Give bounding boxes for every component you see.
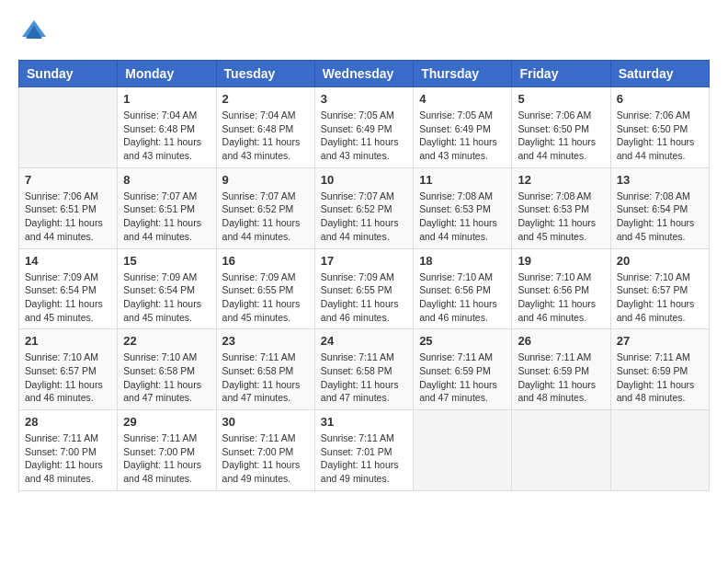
- logo: [18, 18, 48, 51]
- calendar-cell: 18 Sunrise: 7:10 AM Sunset: 6:56 PM Dayl…: [414, 248, 512, 329]
- sunset-time: 6:59 PM: [652, 365, 688, 376]
- sunset-label: Sunset:: [321, 365, 357, 376]
- sunrise-time: 7:07 AM: [162, 190, 198, 201]
- sunrise-time: 7:06 AM: [654, 109, 690, 121]
- sunrise-time: 7:11 AM: [358, 432, 394, 443]
- sunrise-label: Sunrise:: [419, 190, 457, 201]
- sunset-label: Sunset:: [518, 284, 553, 295]
- sunset-time: 6:54 PM: [159, 284, 195, 295]
- day-info: Sunrise: 7:11 AM Sunset: 6:59 PM Dayligh…: [617, 350, 703, 405]
- day-info: Sunrise: 7:06 AM Sunset: 6:50 PM Dayligh…: [617, 109, 703, 163]
- sunset-label: Sunset:: [321, 284, 357, 295]
- daylight-label: Daylight: 11 hours and 46 minutes.: [617, 298, 695, 323]
- day-number: 23: [222, 334, 309, 348]
- day-number: 25: [419, 334, 506, 348]
- day-number: 28: [25, 415, 111, 429]
- sunrise-label: Sunrise:: [321, 351, 358, 362]
- daylight-label: Daylight: 11 hours and 48 minutes.: [518, 379, 596, 404]
- daylight-label: Daylight: 11 hours and 43 minutes.: [419, 136, 497, 161]
- sunset-time: 7:00 PM: [61, 446, 97, 457]
- daylight-label: Daylight: 11 hours and 47 minutes.: [419, 379, 497, 404]
- day-number: 22: [123, 334, 210, 348]
- sunrise-label: Sunrise:: [518, 271, 555, 282]
- sunset-time: 6:51 PM: [61, 203, 97, 214]
- sunrise-label: Sunrise:: [321, 109, 358, 121]
- sunrise-label: Sunrise:: [617, 351, 654, 362]
- sunrise-label: Sunrise:: [321, 190, 358, 201]
- sunset-time: 6:52 PM: [356, 203, 392, 214]
- calendar-cell: 2 Sunrise: 7:04 AM Sunset: 6:48 PM Dayli…: [216, 87, 314, 168]
- sunset-label: Sunset:: [617, 203, 653, 214]
- day-info: Sunrise: 7:04 AM Sunset: 6:48 PM Dayligh…: [123, 109, 210, 163]
- sunrise-time: 7:10 AM: [162, 351, 198, 362]
- calendar-cell: 16 Sunrise: 7:09 AM Sunset: 6:55 PM Dayl…: [216, 248, 314, 329]
- day-info: Sunrise: 7:04 AM Sunset: 6:48 PM Dayligh…: [222, 109, 309, 163]
- daylight-label: Daylight: 11 hours and 46 minutes.: [25, 379, 103, 404]
- calendar-cell: [414, 410, 512, 491]
- daylight-label: Daylight: 11 hours and 43 minutes.: [123, 136, 201, 161]
- daylight-label: Daylight: 11 hours and 49 minutes.: [321, 459, 399, 484]
- sunset-label: Sunset:: [419, 203, 455, 214]
- daylight-label: Daylight: 11 hours and 48 minutes.: [25, 459, 103, 484]
- daylight-label: Daylight: 11 hours and 47 minutes.: [222, 379, 301, 404]
- sunset-time: 6:59 PM: [455, 365, 491, 376]
- day-info: Sunrise: 7:09 AM Sunset: 6:55 PM Dayligh…: [321, 270, 407, 325]
- day-of-week-header: Sunday: [19, 61, 118, 87]
- sunrise-label: Sunrise:: [123, 109, 161, 121]
- calendar-cell: 19 Sunrise: 7:10 AM Sunset: 6:56 PM Dayl…: [512, 248, 610, 329]
- sunset-label: Sunset:: [321, 446, 357, 457]
- day-info: Sunrise: 7:10 AM Sunset: 6:57 PM Dayligh…: [25, 350, 111, 405]
- calendar-cell: 6 Sunrise: 7:06 AM Sunset: 6:50 PM Dayli…: [610, 87, 709, 168]
- daylight-label: Daylight: 11 hours and 44 minutes.: [123, 217, 201, 242]
- day-number: 12: [518, 173, 604, 187]
- sunset-time: 7:01 PM: [356, 446, 392, 457]
- day-of-week-header: Friday: [512, 61, 610, 87]
- sunset-time: 6:48 PM: [159, 123, 195, 134]
- sunrise-time: 7:05 AM: [358, 109, 394, 121]
- daylight-label: Daylight: 11 hours and 43 minutes.: [222, 136, 301, 161]
- day-number: 24: [321, 334, 407, 348]
- day-info: Sunrise: 7:06 AM Sunset: 6:50 PM Dayligh…: [518, 109, 604, 163]
- day-number: 8: [123, 173, 210, 187]
- day-info: Sunrise: 7:11 AM Sunset: 6:58 PM Dayligh…: [222, 350, 309, 405]
- sunset-time: 6:58 PM: [257, 365, 293, 376]
- daylight-label: Daylight: 11 hours and 46 minutes.: [419, 298, 497, 323]
- calendar-cell: 23 Sunrise: 7:11 AM Sunset: 6:58 PM Dayl…: [216, 329, 314, 410]
- sunrise-time: 7:08 AM: [654, 190, 690, 201]
- sunset-label: Sunset:: [25, 446, 61, 457]
- sunrise-time: 7:11 AM: [63, 432, 98, 443]
- calendar-week-row: 14 Sunrise: 7:09 AM Sunset: 6:54 PM Dayl…: [19, 248, 710, 329]
- day-info: Sunrise: 7:09 AM Sunset: 6:55 PM Dayligh…: [222, 270, 309, 325]
- sunrise-time: 7:04 AM: [260, 109, 296, 121]
- sunrise-label: Sunrise:: [222, 109, 260, 121]
- calendar-cell: 10 Sunrise: 7:07 AM Sunset: 6:52 PM Dayl…: [314, 167, 413, 248]
- day-number: 16: [222, 254, 309, 268]
- sunrise-time: 7:09 AM: [162, 271, 198, 282]
- day-info: Sunrise: 7:05 AM Sunset: 6:49 PM Dayligh…: [321, 109, 407, 163]
- calendar-week-row: 28 Sunrise: 7:11 AM Sunset: 7:00 PM Dayl…: [19, 410, 710, 491]
- sunset-label: Sunset:: [419, 123, 455, 134]
- sunset-label: Sunset:: [123, 446, 159, 457]
- calendar-cell: 29 Sunrise: 7:11 AM Sunset: 7:00 PM Dayl…: [118, 410, 216, 491]
- sunset-label: Sunset:: [617, 284, 653, 295]
- day-info: Sunrise: 7:08 AM Sunset: 6:54 PM Dayligh…: [617, 190, 703, 244]
- calendar-cell: 30 Sunrise: 7:11 AM Sunset: 7:00 PM Dayl…: [216, 410, 314, 491]
- sunset-label: Sunset:: [617, 123, 653, 134]
- day-number: 4: [419, 92, 506, 106]
- day-info: Sunrise: 7:10 AM Sunset: 6:56 PM Dayligh…: [419, 270, 506, 325]
- daylight-label: Daylight: 11 hours and 44 minutes.: [419, 217, 497, 242]
- sunrise-label: Sunrise:: [222, 190, 260, 201]
- sunset-time: 7:00 PM: [159, 446, 195, 457]
- daylight-label: Daylight: 11 hours and 44 minutes.: [321, 217, 399, 242]
- day-number: 5: [518, 92, 604, 106]
- sunrise-time: 7:09 AM: [63, 271, 98, 282]
- sunset-label: Sunset:: [222, 203, 258, 214]
- day-number: 3: [321, 92, 407, 106]
- day-number: 18: [419, 254, 506, 268]
- sunset-time: 6:53 PM: [455, 203, 491, 214]
- day-info: Sunrise: 7:09 AM Sunset: 6:54 PM Dayligh…: [123, 270, 210, 325]
- daylight-label: Daylight: 11 hours and 45 minutes.: [518, 217, 596, 242]
- day-info: Sunrise: 7:07 AM Sunset: 6:52 PM Dayligh…: [222, 190, 309, 244]
- sunset-label: Sunset:: [518, 123, 553, 134]
- calendar-cell: 24 Sunrise: 7:11 AM Sunset: 6:58 PM Dayl…: [314, 329, 413, 410]
